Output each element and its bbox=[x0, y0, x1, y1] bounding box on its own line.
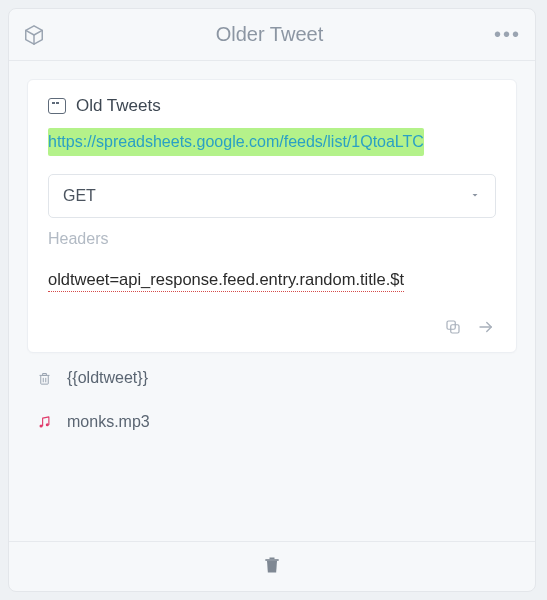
panel-header: Older Tweet ••• bbox=[9, 9, 535, 61]
headers-input[interactable]: Headers bbox=[48, 230, 496, 248]
music-note-icon bbox=[35, 414, 53, 431]
continue-arrow-button[interactable] bbox=[476, 318, 496, 340]
audio-row[interactable]: monks.mp3 bbox=[27, 403, 517, 441]
card-header: Old Tweets bbox=[48, 96, 496, 116]
panel-content: Old Tweets https://spreadsheets.google.c… bbox=[9, 61, 535, 541]
workflow-panel: Older Tweet ••• Old Tweets https://sprea… bbox=[8, 8, 536, 592]
card-title: Old Tweets bbox=[76, 96, 161, 116]
expression-value: oldtweet=api_response.feed.entry.random.… bbox=[48, 270, 404, 292]
more-options-button[interactable]: ••• bbox=[494, 23, 521, 46]
bottom-toolbar bbox=[9, 541, 535, 591]
http-method-select[interactable]: GET bbox=[48, 174, 496, 218]
trash-icon bbox=[35, 370, 53, 387]
chevron-down-icon bbox=[469, 187, 481, 205]
page-title: Older Tweet bbox=[45, 23, 494, 46]
url-value: https://spreadsheets.google.com/feeds/li… bbox=[48, 128, 424, 156]
http-request-card: Old Tweets https://spreadsheets.google.c… bbox=[27, 79, 517, 353]
http-request-icon bbox=[48, 98, 66, 114]
expression-field[interactable]: oldtweet=api_response.feed.entry.random.… bbox=[48, 270, 496, 314]
duplicate-button[interactable] bbox=[444, 318, 462, 340]
text-output-row[interactable]: {{oldtweet}} bbox=[27, 359, 517, 397]
cube-icon bbox=[23, 24, 45, 46]
url-field[interactable]: https://spreadsheets.google.com/feeds/li… bbox=[48, 128, 496, 160]
http-method-value: GET bbox=[63, 187, 469, 205]
audio-filename: monks.mp3 bbox=[67, 413, 150, 431]
card-actions bbox=[48, 314, 496, 342]
delete-button[interactable] bbox=[262, 554, 282, 580]
text-output-label: {{oldtweet}} bbox=[67, 369, 148, 387]
